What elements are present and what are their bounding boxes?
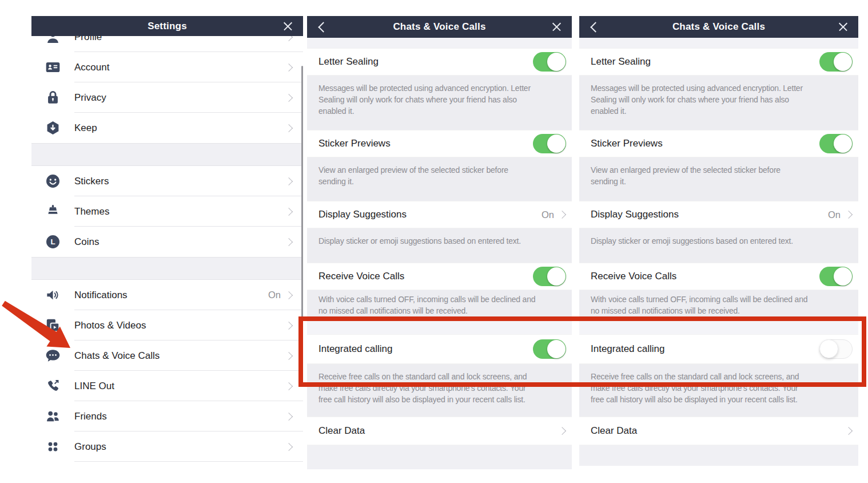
- close-button[interactable]: [835, 22, 850, 32]
- letter-sealing-description: Messages will be protected using advance…: [579, 76, 858, 130]
- toggle-knob: [547, 267, 566, 286]
- profile-icon: [31, 36, 74, 45]
- smiley-icon: [31, 173, 74, 189]
- sidebar-item-line-out[interactable]: LINE Out: [31, 371, 303, 401]
- settings-window: Settings Profile Account: [31, 16, 303, 469]
- receive-voice-calls-description: With voice calls turned OFF, incoming ca…: [307, 290, 572, 318]
- sidebar-item-label: Privacy: [74, 92, 106, 104]
- sidebar-item-label: Groups: [74, 441, 106, 453]
- back-icon: [318, 22, 328, 32]
- section-divider: [307, 318, 572, 334]
- section-divider: [307, 445, 572, 469]
- speaker-icon: [31, 287, 74, 303]
- clear-data-row[interactable]: Clear Data: [307, 417, 572, 445]
- sidebar-item-photos-videos[interactable]: Photos & Videos: [31, 310, 303, 341]
- sidebar-item-themes[interactable]: Themes: [31, 196, 303, 227]
- close-icon: [838, 22, 848, 32]
- page-title: Chats & Voice Calls: [602, 21, 835, 33]
- chevron-right-icon: [285, 237, 293, 246]
- display-suggestions-description: Display sticker or emoji suggestions bas…: [307, 228, 572, 263]
- chevron-right-icon: [285, 412, 293, 420]
- sidebar-item-privacy[interactable]: Privacy: [31, 82, 303, 113]
- receive-voice-calls-row: Receive Voice Calls: [579, 263, 858, 290]
- sidebar-item-label: Photos & Videos: [74, 320, 146, 331]
- letter-sealing-row: Letter Sealing: [307, 48, 572, 76]
- sidebar-item-label: Notifications: [74, 290, 128, 301]
- clear-data-row[interactable]: Clear Data: [579, 417, 858, 445]
- sidebar-item-groups[interactable]: Groups: [31, 431, 303, 462]
- sticker-previews-toggle[interactable]: [533, 134, 566, 153]
- section-divider: [579, 38, 858, 48]
- toggle-knob: [819, 339, 838, 358]
- sticker-previews-description: View an enlarged preview of the selected…: [307, 157, 572, 201]
- toggle-knob: [834, 134, 852, 153]
- toggle-knob: [547, 134, 566, 153]
- integrated-calling-toggle[interactable]: [533, 339, 566, 359]
- sticker-previews-row: Sticker Previews: [307, 130, 572, 157]
- chevron-right-icon: [285, 36, 293, 41]
- sticker-previews-row: Sticker Previews: [579, 130, 858, 157]
- receive-voice-calls-toggle[interactable]: [533, 267, 566, 286]
- sidebar-item-coins[interactable]: L Coins: [31, 227, 303, 257]
- groups-icon: [31, 439, 74, 454]
- section-divider: [307, 38, 572, 48]
- line-settings-screenshot: Settings Profile Account: [0, 0, 868, 483]
- section-divider: [579, 445, 858, 466]
- sidebar-item-chats-voice-calls[interactable]: Chats & Voice Calls: [31, 341, 303, 371]
- display-suggestions-value: On: [828, 209, 841, 220]
- close-button[interactable]: [280, 21, 295, 31]
- sidebar-item-stickers[interactable]: Stickers: [31, 166, 303, 196]
- display-suggestions-value: On: [541, 209, 554, 220]
- sidebar-item-timeline[interactable]: Timeline: [31, 462, 303, 469]
- sidebar-item-account[interactable]: Account: [31, 52, 303, 82]
- sidebar-item-notifications[interactable]: Notifications On: [31, 280, 303, 310]
- chevron-right-icon: [285, 442, 293, 450]
- close-icon: [283, 21, 293, 31]
- coin-icon: L: [31, 234, 74, 250]
- close-button[interactable]: [549, 22, 564, 32]
- chevron-right-icon: [285, 177, 293, 185]
- toggle-knob: [547, 340, 566, 358]
- letter-sealing-toggle[interactable]: [533, 52, 566, 72]
- toggle-knob: [834, 267, 852, 286]
- integrated-calling-description: Receive free calls on the standard call …: [307, 364, 572, 417]
- sidebar-item-friends[interactable]: Friends: [31, 401, 303, 431]
- receive-voice-calls-description: With voice calls turned OFF, incoming ca…: [579, 290, 858, 318]
- sidebar-item-keep[interactable]: Keep: [31, 113, 303, 143]
- letter-sealing-row: Letter Sealing: [579, 48, 858, 76]
- chats-settings-panel-before: Chats & Voice Calls Letter Sealing Messa…: [307, 16, 572, 469]
- chevron-right-icon: [285, 124, 293, 132]
- integrated-calling-row: Integrated calling: [307, 334, 572, 364]
- page-title: Settings: [54, 21, 280, 32]
- sidebar-item-label: Coins: [74, 236, 99, 248]
- sticker-previews-toggle[interactable]: [819, 134, 853, 153]
- back-button[interactable]: [315, 23, 330, 31]
- chevron-right-icon: [845, 211, 853, 219]
- display-suggestions-row[interactable]: Display Suggestions On: [307, 201, 572, 228]
- integrated-calling-description: Receive free calls on the standard call …: [579, 364, 858, 417]
- svg-text:L: L: [50, 237, 55, 246]
- sidebar-item-profile[interactable]: Profile: [31, 36, 303, 52]
- phone-out-icon: [31, 378, 74, 394]
- chevron-right-icon: [285, 93, 293, 101]
- close-icon: [552, 22, 562, 32]
- toggle-knob: [547, 53, 566, 71]
- display-suggestions-row[interactable]: Display Suggestions On: [579, 201, 858, 228]
- account-card-icon: [31, 60, 74, 75]
- receive-voice-calls-row: Receive Voice Calls: [307, 263, 572, 290]
- sidebar-item-label: Account: [74, 62, 109, 73]
- chevron-right-icon: [558, 427, 566, 435]
- back-icon: [590, 22, 600, 32]
- sidebar-item-label: LINE Out: [74, 381, 114, 392]
- section-divider: [31, 143, 303, 166]
- sidebar-item-label: Themes: [74, 206, 109, 217]
- scrollbar[interactable]: [301, 66, 303, 371]
- letter-sealing-toggle[interactable]: [819, 52, 853, 72]
- friends-icon: [31, 409, 74, 424]
- sidebar-item-label: Stickers: [74, 176, 109, 187]
- integrated-calling-toggle[interactable]: [819, 339, 853, 359]
- letter-sealing-description: Messages will be protected using advance…: [307, 76, 572, 130]
- receive-voice-calls-toggle[interactable]: [819, 267, 853, 286]
- back-button[interactable]: [587, 23, 602, 31]
- chevron-right-icon: [285, 382, 293, 390]
